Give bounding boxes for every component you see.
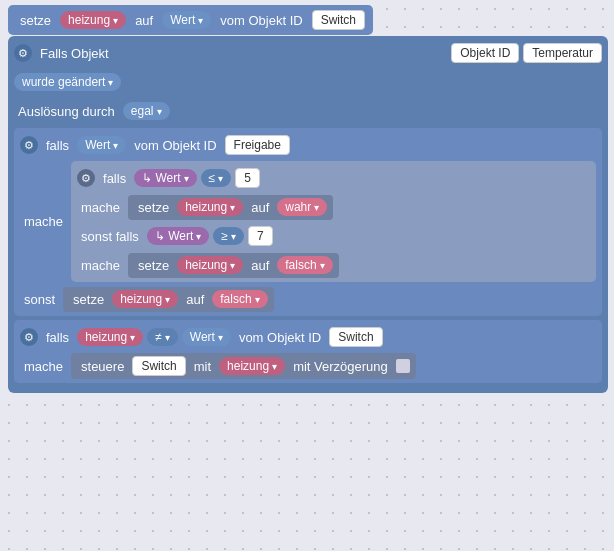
wert-dropdown-falls[interactable]: Wert (77, 136, 126, 154)
block-setze-heizung-1: setze heizung auf Wert vom Objekt ID Swi… (8, 5, 373, 35)
inner-setze-label-2: setze (134, 256, 173, 275)
inner-mache-label-1: mache (77, 198, 124, 217)
vom-objekt-id-label-1: vom Objekt ID (216, 11, 306, 30)
inner-falls-label: falls (99, 169, 130, 188)
inner-setze-label-1: setze (134, 198, 173, 217)
val-7: 7 (248, 226, 273, 246)
wurde-geaendert-dropdown[interactable]: wurde geändert (14, 73, 121, 91)
falls-row-1: ⚙ falls Wert vom Objekt ID Freigabe (20, 132, 596, 158)
heizung-dropdown-falls2[interactable]: heizung (77, 328, 143, 346)
vom-objekt-id-label-2: vom Objekt ID (130, 136, 220, 155)
falls-row-2: ⚙ falls heizung ≠ Wert vom Objekt ID Swi… (20, 324, 596, 350)
verzoegerung-checkbox[interactable] (396, 359, 410, 373)
wert-dropdown-1[interactable]: Wert (162, 11, 211, 29)
mache-row-2: mache steuere Switch mit heizung mit Ver… (20, 353, 596, 379)
mache-row-1: mache ⚙ falls ↳ Wert ≤ 5 mache (20, 161, 596, 282)
auslosung-row: Auslösung durch egal (14, 98, 602, 124)
sonst-setze-label: setze (69, 290, 108, 309)
wert-arrow-dropdown-2[interactable]: ↳ Wert (147, 227, 209, 245)
mache-label-1: mache (20, 212, 67, 231)
falsch-dropdown-sonst[interactable]: falsch (212, 290, 267, 308)
vom-objekt-id-label-3: vom Objekt ID (235, 328, 325, 347)
sonst-falls-label: sonst falls (77, 227, 143, 246)
workspace: setze heizung auf Wert vom Objekt ID Swi… (0, 0, 614, 551)
wurde-geaendert-row: wurde geändert (14, 69, 602, 95)
falls-objekt-container: ⚙ Falls Objekt Objekt ID Temperatur wurd… (8, 36, 608, 393)
objekt-id-label: Objekt ID (451, 43, 519, 63)
val-5: 5 (235, 168, 260, 188)
falls-objekt-label: Falls Objekt (36, 44, 113, 63)
auslosung-label: Auslösung durch (14, 102, 119, 121)
freigabe-value: Freigabe (225, 135, 290, 155)
wahr-dropdown[interactable]: wahr (277, 198, 327, 216)
falls-block-1: ⚙ falls Wert vom Objekt ID Freigabe mach… (14, 128, 602, 316)
gear-icon-3[interactable]: ⚙ (77, 169, 95, 187)
mache-label-2: mache (20, 357, 67, 376)
gear-icon-1[interactable]: ⚙ (14, 44, 32, 62)
heizung-dropdown-mache2[interactable]: heizung (219, 357, 285, 375)
inner-mache-row-2: mache setze heizung auf falsch (77, 252, 590, 278)
inner-auf-label-1: auf (247, 198, 273, 217)
ne-dropdown[interactable]: ≠ (147, 328, 178, 346)
falls-block-2: ⚙ falls heizung ≠ Wert vom Objekt ID Swi… (14, 320, 602, 383)
heizung-dropdown-sonst[interactable]: heizung (112, 290, 178, 308)
falsch-dropdown-1[interactable]: falsch (277, 256, 332, 274)
sonst-label: sonst (20, 290, 59, 309)
egal-dropdown[interactable]: egal (123, 102, 170, 120)
wert-dropdown-falls2[interactable]: Wert (182, 328, 231, 346)
inner-falls-row: ⚙ falls ↳ Wert ≤ 5 (77, 165, 590, 191)
inner-auf-label-2: auf (247, 256, 273, 275)
inner-mache-row-1: mache setze heizung auf wahr (77, 194, 590, 220)
heizung-dropdown-1[interactable]: heizung (60, 11, 126, 29)
setze-label: setze (16, 11, 55, 30)
le-dropdown[interactable]: ≤ (201, 169, 232, 187)
switch-value-mache2: Switch (132, 356, 185, 376)
gear-icon-2[interactable]: ⚙ (20, 136, 38, 154)
falls-label-2: falls (42, 328, 73, 347)
steuere-label: steuere (77, 357, 128, 376)
mit-label-1: mit (190, 357, 215, 376)
inner-sonst-falls-row: sonst falls ↳ Wert ≥ 7 (77, 223, 590, 249)
heizung-dropdown-inner-1[interactable]: heizung (177, 198, 243, 216)
auf-label-1: auf (131, 11, 157, 30)
inner-falls-block: ⚙ falls ↳ Wert ≤ 5 mache setze heizung a… (71, 161, 596, 282)
heizung-dropdown-inner-2[interactable]: heizung (177, 256, 243, 274)
temperatur-value: Temperatur (523, 43, 602, 63)
sonst-auf-label: auf (182, 290, 208, 309)
switch-value-1: Switch (312, 10, 365, 30)
wert-arrow-dropdown-1[interactable]: ↳ Wert (134, 169, 196, 187)
gear-icon-4[interactable]: ⚙ (20, 328, 38, 346)
inner-mache-label-2: mache (77, 256, 124, 275)
falls-objekt-row: ⚙ Falls Objekt Objekt ID Temperatur (14, 40, 602, 66)
falls-label-1: falls (42, 136, 73, 155)
ge-dropdown[interactable]: ≥ (213, 227, 244, 245)
mit-verzoegerung-label: mit Verzögerung (289, 357, 392, 376)
switch-value-2: Switch (329, 327, 382, 347)
sonst-row: sonst setze heizung auf falsch (20, 286, 596, 312)
